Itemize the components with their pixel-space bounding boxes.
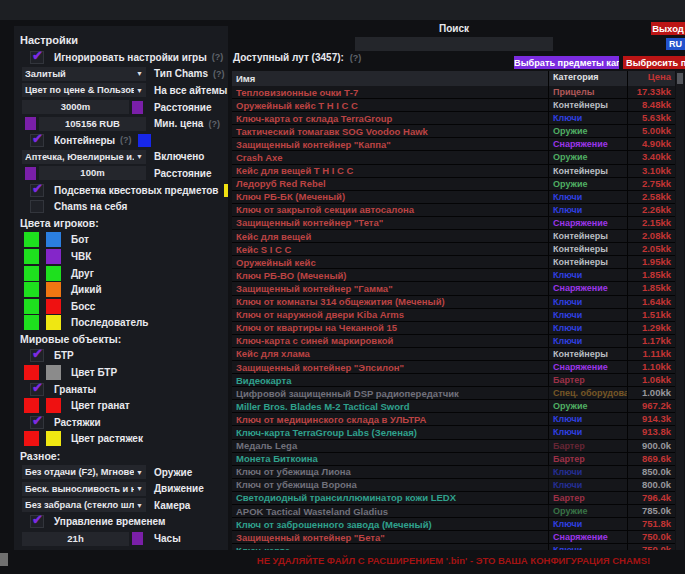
table-row[interactable]: Ключ от убежища ЛионаКлючи850.0k <box>232 466 675 479</box>
checkbox[interactable] <box>30 51 44 64</box>
color-swatch-secondary[interactable] <box>46 365 61 380</box>
exit-button[interactable]: Выход <box>651 22 685 35</box>
column-name[interactable]: Имя <box>232 73 548 84</box>
table-row[interactable]: Miller Bros. Blades M-2 Tactical SwordОр… <box>232 400 675 413</box>
table-row[interactable]: Ключ-карта от склада TerraGroupКлючи5.63… <box>232 112 675 125</box>
table-row[interactable]: Ключ от квартиры на Чеканной 15Ключи1.29… <box>232 322 675 335</box>
table-row[interactable]: Оружейный кейсКонтейнеры1.95kk <box>232 256 675 269</box>
color-swatch-secondary[interactable] <box>46 266 61 281</box>
checkbox[interactable] <box>30 349 44 362</box>
table-row[interactable]: Ключ-картаКлючи750.0k <box>232 544 675 550</box>
text-input[interactable]: 3000m <box>22 100 129 114</box>
help-icon[interactable]: (?) <box>350 53 362 63</box>
color-swatch-primary[interactable] <box>24 299 39 314</box>
color-label: Последователь <box>71 317 149 328</box>
item-name: Тепловизионные очки Т-7 <box>232 87 548 98</box>
drop-items-button[interactable]: Выбросить пое <box>623 56 685 69</box>
table-row[interactable]: Защищенный контейнер "Гамма"Снаряжение1.… <box>232 282 675 295</box>
color-swatch[interactable] <box>25 117 36 130</box>
scrollbar-thumb[interactable] <box>677 73 683 84</box>
table-row[interactable]: Ключ от закрытой секции автосалонаКлючи2… <box>232 204 675 217</box>
color-swatch-primary[interactable] <box>24 232 39 247</box>
select-kappa-items-button[interactable]: Выбрать предметы каппа <box>514 56 619 69</box>
table-row[interactable]: Ледоруб Red RebelОружие2.75kk <box>232 178 675 191</box>
dropdown[interactable]: Цвет по цене & Пользователь▼ <box>22 83 146 97</box>
color-swatch[interactable] <box>25 167 36 180</box>
checkbox[interactable] <box>30 200 44 213</box>
color-swatch-primary[interactable] <box>24 266 39 281</box>
table-row[interactable]: Ключ от заброшенного завода (Меченый)Клю… <box>232 518 675 531</box>
text-input[interactable]: 105156 RUB <box>39 117 146 131</box>
color-swatch-secondary[interactable] <box>46 398 61 413</box>
table-row[interactable]: Медаль LegaБартер900.0k <box>232 440 675 453</box>
checkbox[interactable] <box>30 184 44 197</box>
table-row[interactable]: Защищенный контейнер "Бета"Снаряжение750… <box>232 531 675 544</box>
table-row[interactable]: Кейс для хламаКонтейнеры1.11kk <box>232 348 675 361</box>
search-input[interactable] <box>355 37 553 51</box>
color-swatch-secondary[interactable] <box>46 315 61 330</box>
color-swatch[interactable] <box>224 184 228 197</box>
color-swatch-primary[interactable] <box>24 365 39 380</box>
color-swatch-primary[interactable] <box>24 398 39 413</box>
color-swatch-secondary[interactable] <box>46 232 61 247</box>
table-row[interactable]: Ключ-карта с синей маркировкойКлючи1.17k… <box>232 335 675 348</box>
column-price[interactable]: Цена <box>627 71 675 86</box>
checkbox[interactable] <box>30 383 44 396</box>
dropdown[interactable]: Без забрала (стекло шлема)▼ <box>22 498 146 512</box>
table-row[interactable]: Ключ от наружной двери Kiba ArmsКлючи1.5… <box>232 309 675 322</box>
help-icon[interactable]: (?) <box>208 119 220 129</box>
checkbox[interactable] <box>30 134 44 147</box>
table-row[interactable]: Кейс для вещейКонтейнеры2.08kk <box>232 230 675 243</box>
text-input[interactable]: 100m <box>39 166 146 180</box>
color-swatch[interactable] <box>132 532 143 545</box>
table-row[interactable]: Кейс S I C CКонтейнеры2.05kk <box>232 243 675 256</box>
dropdown[interactable]: Беск. выносливость и нет уста▼ <box>22 482 146 496</box>
table-row[interactable]: Защищенный контейнер "Эпсилон"Снаряжение… <box>232 361 675 374</box>
help-icon[interactable]: (?) <box>213 69 225 79</box>
color-swatch-secondary[interactable] <box>46 249 61 264</box>
section-header: Мировые объекты: <box>20 333 121 345</box>
color-label: Босс <box>71 301 95 312</box>
scrollbar[interactable] <box>676 71 684 550</box>
table-row[interactable]: Ключ от комнаты 314 общежития (Меченый)К… <box>232 296 675 309</box>
table-row[interactable]: Ключ-карта TerraGroup Labs (Зеленая)Ключ… <box>232 426 675 439</box>
table-row[interactable]: Цифровой защищенный DSP радиопередатчикС… <box>232 387 675 400</box>
table-row[interactable]: Тепловизионные очки Т-7Прицелы17.33kk <box>232 86 675 99</box>
table-row[interactable]: Светодиодный трансиллюминатор кожи LEDXБ… <box>232 492 675 505</box>
table-row[interactable]: Crash AxeОружие3.40kk <box>232 151 675 164</box>
table-row[interactable]: Кейс для вещей T H I C CКонтейнеры3.10kk <box>232 165 675 178</box>
color-swatch-secondary[interactable] <box>46 431 61 446</box>
color-swatch-primary[interactable] <box>24 249 39 264</box>
dropdown[interactable]: Залитый▼ <box>22 67 146 81</box>
color-swatch-secondary[interactable] <box>46 299 61 314</box>
dropdown[interactable]: Аптечка, Ювелирные и...▼ <box>22 150 146 164</box>
table-row[interactable]: Тактический томагавк SOG Voodoo HawkОруж… <box>232 125 675 138</box>
table-row[interactable]: Ключ от медицинского склада в УЛЬТРАКлюч… <box>232 413 675 426</box>
table-row[interactable]: Защищенный контейнер "Каппа"Снаряжение4.… <box>232 138 675 151</box>
checkbox[interactable] <box>30 416 44 429</box>
color-swatch-primary[interactable] <box>24 315 39 330</box>
table-row[interactable]: Ключ РБ-ВО (Меченый)Ключи1.85kk <box>232 269 675 282</box>
color-swatch-primary[interactable] <box>24 431 39 446</box>
language-button[interactable]: RU <box>666 38 685 50</box>
column-category[interactable]: Категория <box>548 71 627 86</box>
table-row[interactable]: Защищенный контейнер "Тета"Снаряжение2.1… <box>232 217 675 230</box>
dropdown[interactable]: Без отдачи (F2), Мгновенное п▼ <box>22 465 146 479</box>
table-row[interactable]: APOK Tactical Wasteland GladiusОружие785… <box>232 505 675 518</box>
item-category: Ключи <box>548 269 627 281</box>
color-swatch-primary[interactable] <box>24 282 39 297</box>
table-row[interactable]: Оружейный кейс T H I C CКонтейнеры8.48kk <box>232 99 675 112</box>
help-icon[interactable]: (?) <box>212 52 224 62</box>
color-swatch-secondary[interactable] <box>46 282 61 297</box>
color-swatch[interactable] <box>132 101 143 114</box>
text-input[interactable]: 21h <box>22 532 129 546</box>
table-row[interactable]: ВидеокартаБартер1.06kk <box>232 374 675 387</box>
help-icon[interactable]: (?) <box>120 135 132 145</box>
table-row[interactable]: Ключ от убежища ВоронаКлючи800.0k <box>232 479 675 492</box>
item-category: Снаряжение <box>548 138 627 150</box>
table-row[interactable]: Ключ РБ-БК (Меченый)Ключи2.58kk <box>232 191 675 204</box>
table-row[interactable]: Монета БиткоинаБартер869.6k <box>232 453 675 466</box>
checkbox[interactable] <box>30 515 44 528</box>
color-swatch[interactable] <box>138 134 151 147</box>
sidebar-row: Бот <box>20 232 222 249</box>
